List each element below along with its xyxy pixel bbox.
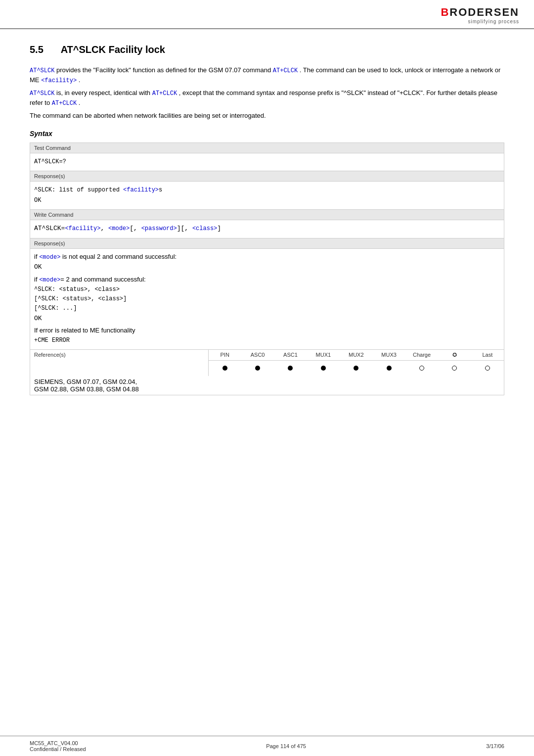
- col-mux3: MUX3: [372, 352, 405, 358]
- link-mode-3[interactable]: <mode>: [39, 277, 60, 284]
- dot-charge: [419, 366, 424, 371]
- data-asc1: [274, 365, 307, 372]
- test-command-text: AT^SLCK=?: [34, 158, 66, 165]
- para1-text1: provides the "Facility lock" function as…: [56, 66, 273, 74]
- col-special: ✪: [438, 352, 471, 358]
- para2-end: .: [79, 99, 81, 106]
- data-mux3: [372, 365, 405, 372]
- footer-left: MC55_ATC_V04.00 Confidential / Released: [30, 740, 86, 752]
- logo: BRODERSEN simplifying process: [441, 6, 519, 24]
- link-mode-1[interactable]: <mode>: [108, 225, 130, 232]
- write-resp2a: ^SLCK: <status>, <class>: [34, 285, 500, 294]
- page: BRODERSEN simplifying process 5.5 AT^SLC…: [0, 0, 534, 756]
- data-pin: [209, 365, 241, 372]
- dot-asc1: [288, 366, 293, 371]
- dot-last: [485, 366, 490, 371]
- footer-right: 3/17/06: [486, 743, 504, 749]
- write-line2: if <mode>= 2 and command successful:: [34, 275, 500, 285]
- body-para3: The command can be aborted when network …: [30, 111, 504, 121]
- test-response-content: ^SLCK: list of supported <facility>s OK: [30, 182, 504, 209]
- data-mux1: [307, 365, 340, 372]
- dot-special: [452, 366, 457, 371]
- ref-text-row: SIEMENS, GSM 07.07, GSM 02.04, GSM 02.88…: [30, 376, 504, 395]
- link-mode-2[interactable]: <mode>: [39, 254, 60, 261]
- write-command-text: AT^SLCK=<facility>, <mode>[, <password>]…: [34, 225, 221, 232]
- brand-name: BRODERSEN: [441, 6, 519, 19]
- link-atslck-1[interactable]: AT^SLCK: [30, 67, 54, 74]
- ref-col-headers: PIN ASC0 ASC1 MUX1 MUX2 MUX3 Charge ✪ La…: [209, 350, 504, 361]
- data-last: [471, 365, 504, 372]
- link-facility-2[interactable]: <facility>: [123, 187, 159, 193]
- ref-header-row: Reference(s) PIN ASC0 ASC1 MUX1 MUX2 MUX…: [30, 350, 504, 376]
- ref-text1: SIEMENS, GSM 07.07, GSM 02.04,: [34, 378, 500, 385]
- col-asc0: ASC0: [241, 352, 274, 358]
- col-asc1: ASC1: [274, 352, 307, 358]
- test-command-label: Test Command: [30, 143, 504, 153]
- ref-cols-cell: PIN ASC0 ASC1 MUX1 MUX2 MUX3 Charge ✪ La…: [208, 350, 504, 376]
- write-response-label: Response(s): [30, 238, 504, 249]
- write-ok1: OK: [34, 262, 500, 273]
- test-ok: OK: [34, 197, 41, 204]
- col-mux2: MUX2: [340, 352, 372, 358]
- dot-pin: [222, 366, 227, 371]
- test-command-content: AT^SLCK=?: [30, 153, 504, 171]
- write-command-row: Write Command AT^SLCK=<facility>, <mode>…: [30, 210, 504, 350]
- page-footer: MC55_ATC_V04.00 Confidential / Released …: [0, 736, 534, 756]
- reference-row: Reference(s) PIN ASC0 ASC1 MUX1 MUX2 MUX…: [30, 350, 504, 395]
- data-charge: [405, 365, 438, 372]
- footer-doc: MC55_ATC_V04.00: [30, 740, 86, 746]
- write-line1: if <mode> is not equal 2 and command suc…: [34, 252, 500, 262]
- test-response-label: Response(s): [30, 171, 504, 182]
- data-mux2: [340, 365, 372, 372]
- section-number: 5.5: [30, 44, 44, 55]
- write-ok2: OK: [34, 314, 500, 324]
- footer-status: Confidential / Released: [30, 746, 86, 752]
- link-class-1[interactable]: <class>: [192, 225, 217, 232]
- write-command-label: Write Command: [30, 210, 504, 220]
- dot-mux2: [354, 366, 358, 371]
- write-response-content: if <mode> is not equal 2 and command suc…: [30, 249, 504, 350]
- reference-cell: Reference(s) PIN ASC0 ASC1 MUX1 MUX2 MUX…: [30, 350, 504, 395]
- link-atclck-1[interactable]: AT+CLCK: [273, 67, 298, 74]
- test-command-cell: Test Command AT^SLCK=? Response(s) ^SLCK…: [30, 142, 504, 210]
- link-facility-3[interactable]: <facility>: [65, 225, 100, 232]
- data-special: [438, 365, 471, 372]
- test-response-text: ^SLCK: list of supported <facility>s: [34, 187, 162, 193]
- link-atclck-3[interactable]: AT+CLCK: [52, 100, 77, 107]
- col-mux1: MUX1: [307, 352, 340, 358]
- write-command-cell: Write Command AT^SLCK=<facility>, <mode>…: [30, 210, 504, 350]
- write-error: If error is related to ME functionality: [34, 326, 500, 336]
- dot-asc0: [255, 366, 260, 371]
- link-atslck-2[interactable]: AT^SLCK: [30, 90, 54, 97]
- section-title: 5.5 AT^SLCK Facility lock: [30, 44, 504, 55]
- test-command-row: Test Command AT^SLCK=? Response(s) ^SLCK…: [30, 142, 504, 210]
- brand-tagline: simplifying process: [441, 19, 519, 24]
- col-charge: Charge: [405, 352, 438, 358]
- write-command-content: AT^SLCK=<facility>, <mode>[, <password>]…: [30, 220, 504, 238]
- ref-text-cell: SIEMENS, GSM 07.07, GSM 02.04, GSM 02.88…: [30, 376, 504, 395]
- page-header: BRODERSEN simplifying process: [0, 0, 534, 29]
- ref-label: Reference(s): [30, 350, 208, 376]
- data-asc0: [241, 365, 274, 372]
- main-content: 5.5 AT^SLCK Facility lock AT^SLCK provid…: [0, 29, 534, 415]
- write-cme: +CME ERROR: [34, 336, 500, 345]
- write-resp2b: [^SLCK: <status>, <class>]: [34, 294, 500, 304]
- dot-mux1: [321, 366, 326, 371]
- body-para2: AT^SLCK is, in every respect, identical …: [30, 88, 504, 108]
- section-heading: AT^SLCK Facility lock: [61, 44, 165, 55]
- ref-inner-table: Reference(s) PIN ASC0 ASC1 MUX1 MUX2 MUX…: [30, 350, 504, 395]
- link-atclck-2[interactable]: AT+CLCK: [152, 90, 177, 97]
- footer-center: Page 114 of 475: [266, 743, 306, 749]
- ref-data-row: [209, 361, 504, 376]
- col-last: Last: [471, 352, 504, 358]
- link-password-1[interactable]: <password>: [141, 225, 177, 232]
- dot-mux3: [387, 366, 392, 371]
- syntax-heading: Syntax: [30, 130, 504, 138]
- write-resp2c: [^SLCK: ...]: [34, 304, 500, 313]
- body-para1: AT^SLCK provides the "Facility lock" fun…: [30, 65, 504, 85]
- link-facility-1[interactable]: <facility>: [41, 77, 77, 84]
- syntax-table: Test Command AT^SLCK=? Response(s) ^SLCK…: [30, 142, 504, 396]
- ref-text2: GSM 02.88, GSM 03.88, GSM 04.88: [34, 385, 500, 393]
- para2-text1: is, in every respect, identical with: [56, 89, 152, 96]
- para1-end: .: [79, 76, 81, 84]
